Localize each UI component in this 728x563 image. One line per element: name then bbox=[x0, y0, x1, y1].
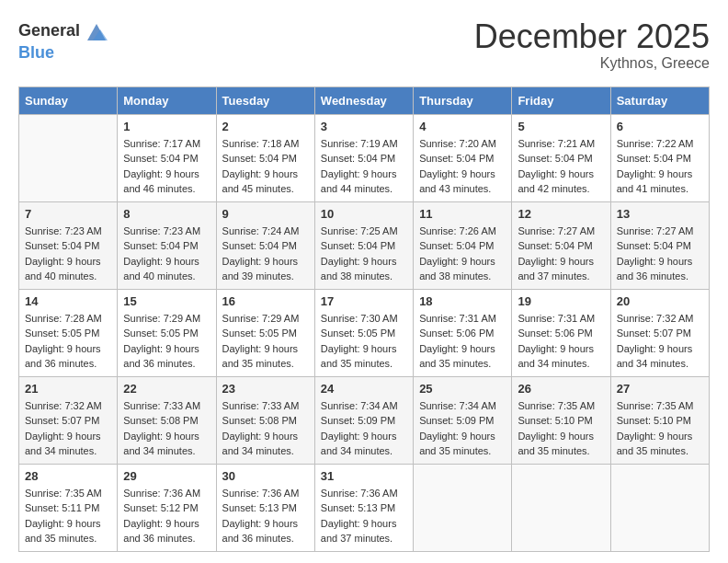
calendar-cell: 25Sunrise: 7:34 AMSunset: 5:09 PMDayligh… bbox=[414, 376, 512, 464]
day-info: Sunrise: 7:23 AMSunset: 5:04 PMDaylight:… bbox=[25, 224, 111, 284]
calendar-cell: 2Sunrise: 7:18 AMSunset: 5:04 PMDaylight… bbox=[216, 114, 314, 201]
calendar-cell: 16Sunrise: 7:29 AMSunset: 5:05 PMDayligh… bbox=[216, 289, 314, 376]
calendar-cell: 7Sunrise: 7:23 AMSunset: 5:04 PMDaylight… bbox=[19, 201, 118, 289]
day-number: 26 bbox=[518, 382, 604, 396]
calendar-cell: 3Sunrise: 7:19 AMSunset: 5:04 PMDaylight… bbox=[314, 114, 413, 201]
day-number: 8 bbox=[123, 207, 210, 221]
day-number: 13 bbox=[617, 207, 703, 221]
day-number: 15 bbox=[123, 294, 210, 308]
calendar-cell: 17Sunrise: 7:30 AMSunset: 5:05 PMDayligh… bbox=[314, 289, 413, 376]
logo: General Blue bbox=[18, 18, 109, 63]
day-number: 24 bbox=[321, 382, 407, 396]
week-row-4: 21Sunrise: 7:32 AMSunset: 5:07 PMDayligh… bbox=[19, 376, 710, 464]
day-number: 11 bbox=[419, 207, 506, 221]
calendar-table: SundayMondayTuesdayWednesdayThursdayFrid… bbox=[18, 86, 710, 552]
week-row-3: 14Sunrise: 7:28 AMSunset: 5:05 PMDayligh… bbox=[19, 289, 710, 376]
column-header-wednesday: Wednesday bbox=[314, 86, 413, 114]
day-number: 31 bbox=[321, 469, 407, 483]
calendar-cell: 5Sunrise: 7:21 AMSunset: 5:04 PMDaylight… bbox=[512, 114, 610, 201]
column-header-saturday: Saturday bbox=[610, 86, 709, 114]
column-header-friday: Friday bbox=[512, 86, 610, 114]
day-number: 10 bbox=[321, 207, 407, 221]
day-info: Sunrise: 7:34 AMSunset: 5:09 PMDaylight:… bbox=[321, 398, 407, 459]
day-info: Sunrise: 7:27 AMSunset: 5:04 PMDaylight:… bbox=[617, 224, 703, 284]
calendar-cell bbox=[610, 464, 709, 551]
calendar-cell: 18Sunrise: 7:31 AMSunset: 5:06 PMDayligh… bbox=[414, 289, 512, 376]
calendar-cell: 4Sunrise: 7:20 AMSunset: 5:04 PMDaylight… bbox=[414, 114, 512, 201]
calendar-cell: 29Sunrise: 7:36 AMSunset: 5:12 PMDayligh… bbox=[118, 464, 216, 551]
day-info: Sunrise: 7:35 AMSunset: 5:10 PMDaylight:… bbox=[518, 398, 604, 459]
day-number: 20 bbox=[617, 294, 703, 308]
calendar-cell: 6Sunrise: 7:22 AMSunset: 5:04 PMDaylight… bbox=[610, 114, 709, 201]
day-info: Sunrise: 7:33 AMSunset: 5:08 PMDaylight:… bbox=[222, 398, 309, 459]
day-number: 30 bbox=[222, 469, 309, 483]
day-number: 1 bbox=[123, 120, 210, 133]
calendar-cell: 15Sunrise: 7:29 AMSunset: 5:05 PMDayligh… bbox=[118, 289, 216, 376]
day-info: Sunrise: 7:35 AMSunset: 5:10 PMDaylight:… bbox=[617, 398, 703, 459]
column-header-monday: Monday bbox=[118, 86, 216, 114]
calendar-cell: 12Sunrise: 7:27 AMSunset: 5:04 PMDayligh… bbox=[512, 201, 610, 289]
day-info: Sunrise: 7:28 AMSunset: 5:05 PMDaylight:… bbox=[25, 311, 111, 372]
day-number: 6 bbox=[617, 120, 703, 133]
week-row-1: 1Sunrise: 7:17 AMSunset: 5:04 PMDaylight… bbox=[19, 114, 710, 201]
day-info: Sunrise: 7:35 AMSunset: 5:11 PMDaylight:… bbox=[25, 486, 111, 546]
calendar-cell: 11Sunrise: 7:26 AMSunset: 5:04 PMDayligh… bbox=[414, 201, 512, 289]
page-header: General Blue December 2025 Kythnos, Gree… bbox=[18, 18, 710, 72]
day-number: 7 bbox=[25, 207, 111, 221]
day-number: 22 bbox=[123, 382, 210, 396]
day-number: 5 bbox=[518, 120, 604, 133]
day-info: Sunrise: 7:31 AMSunset: 5:06 PMDaylight:… bbox=[419, 311, 506, 372]
logo-icon bbox=[84, 18, 109, 44]
day-info: Sunrise: 7:21 AMSunset: 5:04 PMDaylight:… bbox=[518, 136, 604, 197]
day-info: Sunrise: 7:34 AMSunset: 5:09 PMDaylight:… bbox=[419, 398, 506, 459]
day-number: 12 bbox=[518, 207, 604, 221]
day-number: 25 bbox=[419, 382, 506, 396]
day-number: 19 bbox=[518, 294, 604, 308]
calendar-cell bbox=[19, 114, 118, 201]
day-info: Sunrise: 7:24 AMSunset: 5:04 PMDaylight:… bbox=[222, 224, 309, 284]
day-info: Sunrise: 7:18 AMSunset: 5:04 PMDaylight:… bbox=[222, 136, 309, 197]
day-info: Sunrise: 7:26 AMSunset: 5:04 PMDaylight:… bbox=[419, 224, 506, 284]
calendar-cell: 20Sunrise: 7:32 AMSunset: 5:07 PMDayligh… bbox=[610, 289, 709, 376]
day-info: Sunrise: 7:25 AMSunset: 5:04 PMDaylight:… bbox=[321, 224, 407, 284]
day-info: Sunrise: 7:20 AMSunset: 5:04 PMDaylight:… bbox=[419, 136, 506, 197]
day-info: Sunrise: 7:19 AMSunset: 5:04 PMDaylight:… bbox=[321, 136, 407, 197]
calendar-cell: 26Sunrise: 7:35 AMSunset: 5:10 PMDayligh… bbox=[512, 376, 610, 464]
column-header-tuesday: Tuesday bbox=[216, 86, 314, 114]
calendar-cell: 8Sunrise: 7:23 AMSunset: 5:04 PMDaylight… bbox=[118, 201, 216, 289]
day-number: 9 bbox=[222, 207, 309, 221]
day-info: Sunrise: 7:32 AMSunset: 5:07 PMDaylight:… bbox=[617, 311, 703, 372]
day-info: Sunrise: 7:22 AMSunset: 5:04 PMDaylight:… bbox=[617, 136, 703, 197]
calendar-cell: 31Sunrise: 7:36 AMSunset: 5:13 PMDayligh… bbox=[314, 464, 413, 551]
day-number: 28 bbox=[25, 469, 111, 483]
logo-blue: Blue bbox=[18, 43, 54, 62]
day-number: 21 bbox=[25, 382, 111, 396]
calendar-cell bbox=[414, 464, 512, 551]
column-header-sunday: Sunday bbox=[19, 86, 118, 114]
day-info: Sunrise: 7:31 AMSunset: 5:06 PMDaylight:… bbox=[518, 311, 604, 372]
day-number: 3 bbox=[321, 120, 407, 133]
day-number: 23 bbox=[222, 382, 309, 396]
day-info: Sunrise: 7:36 AMSunset: 5:12 PMDaylight:… bbox=[123, 486, 210, 546]
calendar-cell: 22Sunrise: 7:33 AMSunset: 5:08 PMDayligh… bbox=[118, 376, 216, 464]
day-info: Sunrise: 7:36 AMSunset: 5:13 PMDaylight:… bbox=[321, 486, 407, 546]
day-info: Sunrise: 7:17 AMSunset: 5:04 PMDaylight:… bbox=[123, 136, 210, 197]
day-info: Sunrise: 7:30 AMSunset: 5:05 PMDaylight:… bbox=[321, 311, 407, 372]
day-info: Sunrise: 7:32 AMSunset: 5:07 PMDaylight:… bbox=[25, 398, 111, 459]
day-info: Sunrise: 7:36 AMSunset: 5:13 PMDaylight:… bbox=[222, 486, 309, 546]
day-number: 18 bbox=[419, 294, 506, 308]
calendar-cell: 23Sunrise: 7:33 AMSunset: 5:08 PMDayligh… bbox=[216, 376, 314, 464]
day-number: 14 bbox=[25, 294, 111, 308]
calendar-cell: 28Sunrise: 7:35 AMSunset: 5:11 PMDayligh… bbox=[19, 464, 118, 551]
calendar-cell: 21Sunrise: 7:32 AMSunset: 5:07 PMDayligh… bbox=[19, 376, 118, 464]
column-header-thursday: Thursday bbox=[414, 86, 512, 114]
calendar-cell bbox=[512, 464, 610, 551]
calendar-cell: 9Sunrise: 7:24 AMSunset: 5:04 PMDaylight… bbox=[216, 201, 314, 289]
calendar-cell: 14Sunrise: 7:28 AMSunset: 5:05 PMDayligh… bbox=[19, 289, 118, 376]
logo-general: General bbox=[18, 22, 80, 40]
calendar-cell: 10Sunrise: 7:25 AMSunset: 5:04 PMDayligh… bbox=[314, 201, 413, 289]
day-number: 2 bbox=[222, 120, 309, 133]
calendar-cell: 24Sunrise: 7:34 AMSunset: 5:09 PMDayligh… bbox=[314, 376, 413, 464]
week-row-2: 7Sunrise: 7:23 AMSunset: 5:04 PMDaylight… bbox=[19, 201, 710, 289]
day-number: 29 bbox=[123, 469, 210, 483]
